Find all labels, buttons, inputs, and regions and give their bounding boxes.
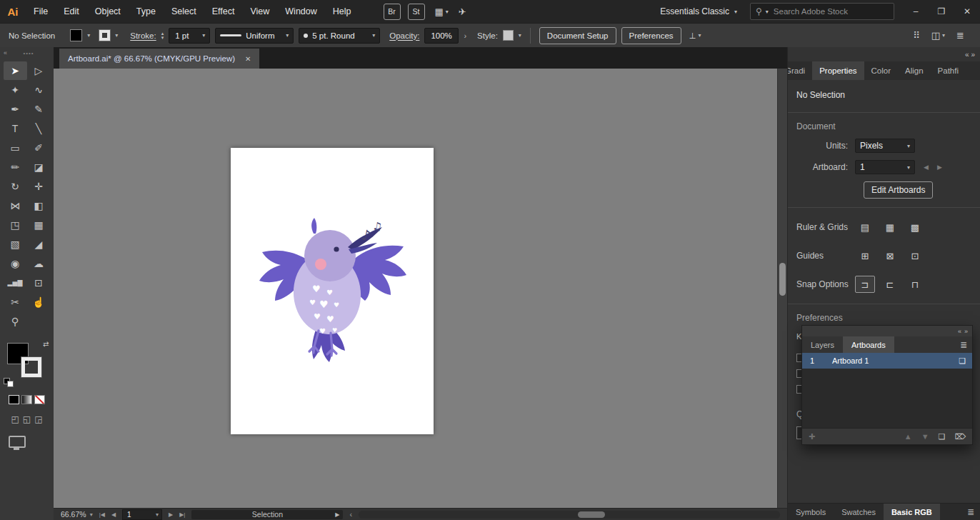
brush-dropdown[interactable]: 5 pt. Round ▾ [299, 28, 380, 44]
blend-tool[interactable]: ◉ [4, 254, 27, 273]
first-artboard-icon[interactable]: |◀ [99, 511, 105, 518]
last-artboard-icon[interactable]: ▶| [179, 511, 185, 518]
artboard-nav-input[interactable] [126, 510, 147, 519]
next-artboard-icon[interactable]: ▶ [169, 511, 173, 518]
chevron-down-icon[interactable]: ▾ [519, 32, 521, 39]
panel-options-dropdown[interactable]: ◫ ▾ [931, 30, 945, 41]
none-button[interactable] [34, 395, 45, 404]
slice-tool[interactable]: ✂ [4, 293, 27, 311]
opacity-input[interactable] [429, 31, 454, 41]
preferences-button[interactable]: Preferences [621, 27, 681, 44]
toolbar-grip[interactable]: •••• [23, 50, 34, 56]
horizontal-scrollbar-thumb[interactable] [578, 511, 605, 518]
chevron-down-icon[interactable]: ▾ [115, 32, 118, 39]
next-artboard-icon[interactable]: ▶ [937, 164, 942, 171]
tab-gradient[interactable]: Gradi [788, 61, 812, 80]
document-setup-button[interactable]: Document Setup [539, 27, 616, 44]
minimize-button[interactable]: – [903, 0, 929, 23]
artboard-page-icon[interactable]: ❏ [959, 356, 972, 366]
stepper-down-icon[interactable]: ▾ [161, 36, 164, 40]
menu-file[interactable]: File [26, 0, 56, 23]
snap-to-point-icon[interactable]: ⊓ [905, 276, 925, 293]
tab-properties[interactable]: Properties [812, 61, 864, 80]
grid-dots-icon[interactable]: ⠿ [913, 30, 920, 41]
collapse-panel-icon[interactable]: « [958, 328, 961, 335]
tab-layers[interactable]: Layers [802, 336, 843, 353]
collapse-toolbar-icon[interactable]: « [4, 49, 7, 56]
stroke-color-swatch[interactable] [99, 30, 110, 41]
selection-tool[interactable]: ➤ [4, 61, 27, 80]
shape-builder-tool[interactable]: ◧ [27, 196, 51, 215]
stroke-weight-input[interactable] [174, 31, 198, 41]
make-guides-icon[interactable]: ⊡ [905, 247, 925, 264]
opacity-field[interactable] [424, 28, 459, 44]
color-button[interactable] [9, 395, 19, 404]
artboard-row[interactable]: 1 Artboard 1 ❏ [802, 353, 972, 369]
perspective-grid-tool[interactable]: ◳ [4, 216, 27, 234]
free-transform-tool[interactable]: ✛ [27, 177, 51, 196]
column-graph-tool[interactable]: ▂▅▇ [4, 274, 27, 292]
tab-align[interactable]: Align [898, 61, 931, 80]
draw-normal-icon[interactable]: ◰ [11, 414, 19, 424]
menu-object[interactable]: Object [87, 0, 129, 23]
draw-behind-icon[interactable]: ◱ [23, 414, 31, 424]
shaper-tool[interactable]: ✏ [4, 158, 27, 176]
menu-view[interactable]: View [242, 0, 277, 23]
symbol-sprayer-tool[interactable]: ☁ [27, 254, 51, 273]
move-down-icon[interactable]: ▼ [921, 432, 929, 441]
collapse-panel-icon[interactable]: « [965, 51, 969, 59]
chevron-down-icon[interactable]: ▾ [87, 32, 90, 39]
curvature-tool[interactable]: ✎ [27, 100, 51, 119]
tab-basic-rgb[interactable]: Basic RGB [884, 504, 940, 520]
delete-artboard-icon[interactable]: ⌦ [954, 432, 966, 441]
expand-panel-icon[interactable]: » [964, 328, 968, 335]
pixel-grid-icon[interactable]: ▩ [905, 219, 925, 236]
previous-artboard-icon[interactable]: ◀ [111, 511, 116, 518]
eyedropper-tool[interactable]: ◢ [27, 235, 51, 254]
grid-icon[interactable]: ▦ [880, 219, 900, 236]
gradient-tool[interactable]: ▧ [4, 235, 27, 254]
artboard-dropdown[interactable]: 1 ▾ [855, 160, 915, 174]
restore-button[interactable]: ❐ [929, 0, 954, 23]
vertical-scrollbar-thumb[interactable] [779, 263, 786, 296]
vertical-scrollbar[interactable] [777, 69, 787, 508]
tab-artboards[interactable]: Artboards [843, 336, 894, 353]
show-guides-icon[interactable]: ⊞ [855, 247, 875, 264]
screen-mode-icon[interactable] [9, 436, 26, 448]
hand-tool[interactable]: ☝ [27, 293, 51, 311]
snap-to-pixel-icon[interactable]: ⊏ [880, 276, 900, 293]
tab-swatches[interactable]: Swatches [834, 504, 884, 520]
lasso-tool[interactable]: ∿ [27, 81, 51, 99]
status-display-dropdown[interactable]: Selection ▶ [191, 510, 343, 519]
tab-color[interactable]: Color [864, 61, 898, 80]
menu-effect[interactable]: Effect [204, 0, 243, 23]
draw-inside-icon[interactable]: ◲ [34, 414, 42, 424]
zoom-tool[interactable]: ⚲ [4, 312, 27, 331]
previous-artboard-icon[interactable]: ◀ [924, 164, 929, 171]
search-input[interactable] [772, 6, 869, 16]
ruler-icon[interactable]: ▤ [855, 219, 875, 236]
opacity-flyout-icon[interactable]: › [464, 31, 466, 40]
close-button[interactable]: ✕ [954, 0, 980, 23]
close-tab-icon[interactable]: ✕ [245, 55, 251, 63]
workspace-switcher[interactable]: Essentials Classic ▾ [660, 6, 737, 16]
new-artboard-icon[interactable]: ❏ [939, 432, 946, 441]
stroke-weight-label[interactable]: Stroke: [130, 31, 156, 40]
artboard-nav-field[interactable]: ▾ [122, 509, 162, 520]
gradient-button[interactable] [21, 395, 32, 404]
pen-tool[interactable]: ✒ [4, 100, 27, 119]
stock-button[interactable]: St [408, 4, 425, 20]
eraser-tool[interactable]: ◪ [27, 158, 51, 176]
default-fill-stroke-icon[interactable] [4, 378, 14, 386]
arrange-documents-button[interactable]: ▦ ▾ [435, 6, 449, 17]
menu-window[interactable]: Window [277, 0, 324, 23]
canvas[interactable]: ♥ ♥ ♥ ♥ ♥ ♥ ♥ ♥ ♥ ♪ ♫ [54, 69, 787, 508]
rearrange-artboards-icon[interactable]: ✚ [809, 432, 815, 441]
line-segment-tool[interactable]: ╲ [27, 119, 51, 138]
horizontal-scrollbar[interactable] [359, 511, 780, 519]
opacity-label[interactable]: Opacity: [389, 31, 419, 40]
type-tool[interactable]: T [4, 119, 27, 138]
width-tool[interactable]: ⋈ [4, 196, 27, 215]
menu-help[interactable]: Help [325, 0, 359, 23]
scroll-left-icon[interactable]: ‹ [349, 510, 352, 519]
